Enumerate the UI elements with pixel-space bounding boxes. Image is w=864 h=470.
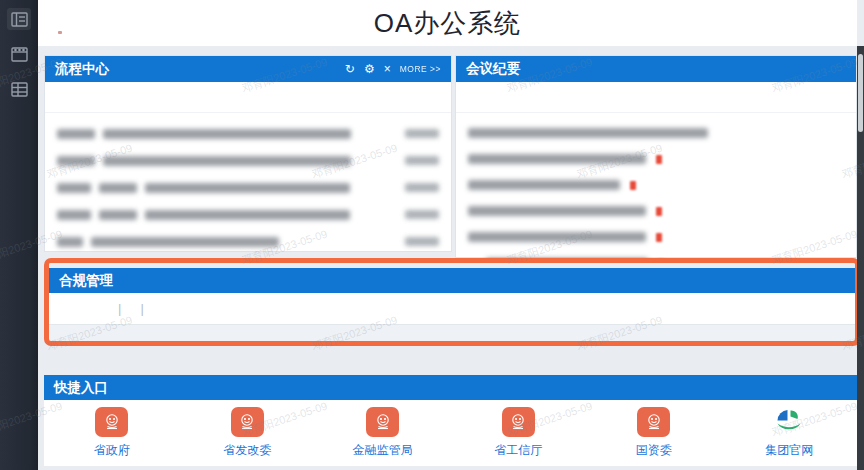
scrollbar-thumb[interactable] [858, 54, 863, 132]
quick-entry-item[interactable]: 国资委 [586, 407, 722, 459]
emblem-icon [95, 407, 128, 437]
settings-gear-icon[interactable]: ⚙ [364, 63, 375, 75]
redacted-date [405, 183, 439, 192]
redacted-row-content [57, 237, 405, 247]
meeting-minutes-header: 会议纪要 [456, 56, 856, 82]
redacted-row-content [57, 183, 405, 193]
redacted-text [57, 210, 91, 220]
more-link[interactable]: MORE >> [400, 64, 441, 74]
process-center-title: 流程中心 [55, 60, 109, 78]
redacted-row-content [468, 232, 844, 242]
redacted-row-content [468, 180, 844, 190]
sidebar-table-icon[interactable] [7, 78, 31, 100]
quick-entry-label: 省政府 [94, 442, 130, 459]
scrollbar-track[interactable] [857, 46, 864, 470]
new-indicator [656, 155, 662, 164]
compliance-title: 合规管理 [59, 272, 113, 290]
redacted-text [99, 210, 137, 220]
quick-entry-item[interactable]: 集团官网 [722, 407, 858, 459]
redacted-text [57, 156, 95, 166]
emblem-icon [502, 407, 535, 437]
redacted-date [405, 129, 439, 138]
compliance-links-row [49, 293, 855, 324]
top-header: OA办公系统 [38, 0, 857, 46]
meeting-minutes-tabs [456, 82, 856, 113]
redacted-text [103, 156, 351, 166]
meeting-minutes-title: 会议纪要 [466, 60, 520, 78]
redacted-text [57, 183, 91, 193]
redacted-row-content [57, 129, 405, 139]
redacted-text [468, 232, 646, 242]
quick-entry-item[interactable]: 金融监管局 [315, 407, 451, 459]
left-sidebar [0, 0, 38, 470]
redacted-text [57, 237, 83, 247]
emblem-icon [231, 407, 264, 437]
redacted-text [99, 183, 137, 193]
process-center-panel: 流程中心 ↻ ⚙ × MORE >> [44, 55, 452, 252]
redacted-text [468, 206, 646, 216]
quick-entry-item[interactable]: 省政府 [44, 407, 180, 459]
emblem-icon [637, 407, 670, 437]
process-list-item[interactable] [57, 147, 439, 174]
process-list-item[interactable] [57, 228, 439, 255]
compliance-footer-strip [49, 324, 855, 337]
process-list-item[interactable] [57, 174, 439, 201]
compliance-link[interactable] [135, 301, 143, 316]
compliance-header: 合规管理 [49, 268, 855, 293]
page-title: OA办公系统 [374, 6, 522, 41]
process-list-item[interactable] [57, 120, 439, 147]
sidebar-kanban-icon[interactable] [7, 43, 31, 65]
meeting-minutes-list [456, 113, 856, 276]
process-center-header: 流程中心 ↻ ⚙ × MORE >> [45, 56, 451, 82]
process-list-item[interactable] [57, 201, 439, 228]
meeting-list-item[interactable] [468, 120, 844, 146]
new-indicator [656, 233, 662, 242]
redacted-date [405, 237, 439, 246]
artifact-dot [58, 31, 62, 34]
new-indicator [656, 207, 662, 216]
redacted-text [91, 237, 279, 247]
quick-entry-body: 省政府 省发改委 [44, 400, 857, 466]
redacted-row-content [468, 128, 844, 138]
redacted-date [405, 156, 439, 165]
meeting-list-item[interactable] [468, 146, 844, 172]
meeting-minutes-panel: 会议纪要 [455, 55, 857, 258]
compliance-highlight-box: 合规管理 [44, 258, 860, 346]
quick-entry-title: 快捷入口 [54, 379, 108, 397]
redacted-text [57, 129, 95, 139]
refresh-icon[interactable]: ↻ [345, 63, 355, 75]
meeting-list-item[interactable] [468, 172, 844, 198]
quick-entry-label: 省发改委 [223, 442, 271, 459]
quick-entry-item[interactable]: 省工信厅 [451, 407, 587, 459]
process-center-tools: ↻ ⚙ × MORE >> [345, 63, 441, 75]
process-center-tabs [45, 82, 451, 113]
meeting-list-item[interactable] [468, 224, 844, 250]
redacted-row-content [57, 156, 405, 166]
quick-entry-label: 集团官网 [765, 442, 813, 459]
redacted-text [145, 183, 350, 193]
redacted-text [103, 129, 351, 139]
emblem-icon [366, 407, 399, 437]
redacted-text [468, 128, 708, 138]
group-logo-icon [773, 407, 806, 437]
redacted-text [468, 180, 620, 190]
redacted-date [405, 210, 439, 219]
compliance-link[interactable] [113, 301, 121, 316]
redacted-row-content [57, 210, 405, 220]
redacted-text [468, 154, 646, 164]
new-indicator [630, 181, 636, 190]
close-icon[interactable]: × [384, 63, 391, 75]
quick-entry-header: 快捷入口 [44, 375, 857, 400]
quick-entry-label: 国资委 [636, 442, 672, 459]
redacted-row-content [468, 154, 844, 164]
meeting-list-item[interactable] [468, 198, 844, 224]
redacted-row-content [468, 206, 844, 216]
sidebar-list-panel-icon[interactable] [7, 8, 31, 30]
quick-entry-panel: 快捷入口 省政府 [44, 375, 857, 466]
quick-entry-label: 金融监管局 [353, 442, 413, 459]
quick-entry-label: 省工信厅 [494, 442, 542, 459]
redacted-text [145, 210, 350, 220]
process-center-list [45, 113, 451, 255]
quick-entry-item[interactable]: 省发改委 [180, 407, 316, 459]
